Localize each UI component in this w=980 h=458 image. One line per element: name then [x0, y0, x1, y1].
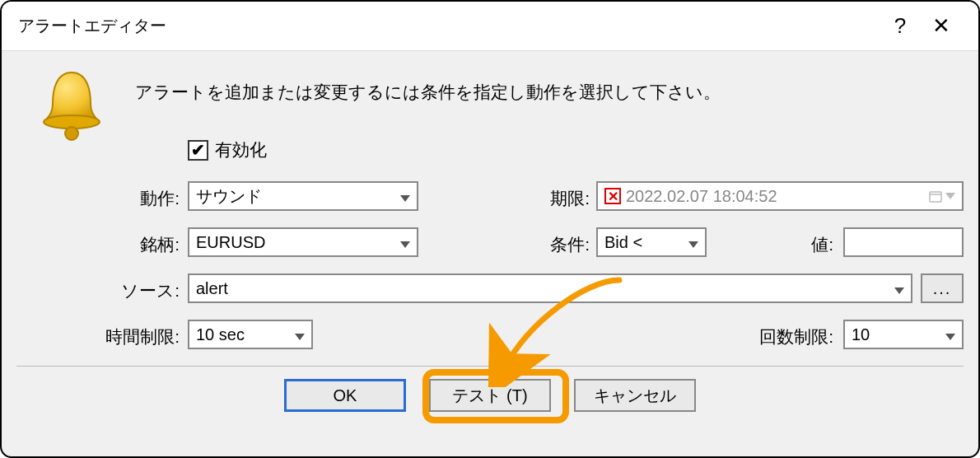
enable-checkbox-row[interactable]: ✔ 有効化	[188, 138, 267, 161]
button-bar: OK テスト (T) キャンセル	[2, 379, 978, 412]
svg-rect-2	[930, 192, 941, 202]
timeout-label: 時間制限:	[2, 320, 180, 354]
deadline-value: 2022.02.07 18:04:52	[626, 187, 777, 206]
title-bar: アラートエディター ? ✕	[2, 2, 978, 51]
checkbox-icon: ✔	[188, 140, 208, 161]
source-value: alert	[196, 279, 228, 298]
enable-label: 有効化	[215, 138, 267, 161]
calendar-icon[interactable]	[929, 189, 955, 203]
bell-icon	[36, 68, 107, 142]
value-label: 値:	[710, 227, 833, 262]
timeout-value: 10 sec	[196, 325, 245, 344]
svg-point-1	[65, 127, 78, 140]
ok-button[interactable]: OK	[284, 379, 406, 412]
chevron-down-icon	[400, 233, 410, 252]
browse-button[interactable]: ...	[921, 273, 964, 303]
test-button[interactable]: テスト (T)	[429, 379, 551, 412]
separator	[16, 366, 964, 367]
symbol-value: EURUSD	[196, 233, 265, 252]
iterations-value: 10	[852, 325, 870, 344]
action-combo[interactable]: サウンド	[188, 181, 418, 211]
chevron-down-icon	[688, 233, 698, 252]
action-label: 動作:	[2, 181, 180, 216]
chevron-down-icon	[295, 325, 305, 344]
timeout-combo[interactable]: 10 sec	[188, 320, 313, 349]
source-label: ソース:	[2, 273, 180, 308]
condition-combo[interactable]: Bid <	[596, 227, 707, 257]
dialog-content: アラートを追加または変更するには条件を指定し動作を選択して下さい。 ✔ 有効化 …	[2, 51, 978, 71]
iterations-label: 回数制限:	[628, 320, 833, 354]
chevron-down-icon	[894, 279, 904, 298]
chevron-down-icon	[945, 325, 955, 344]
symbol-combo[interactable]: EURUSD	[188, 227, 418, 257]
alert-editor-dialog: アラートエディター ? ✕ アラートを追加または変更するには条件を指定し動作を選…	[0, 0, 980, 458]
deadline-clear-icon[interactable]: ✕	[604, 188, 621, 204]
deadline-label: 期限:	[422, 181, 590, 216]
condition-value: Bid <	[604, 233, 642, 252]
help-button[interactable]: ?	[880, 13, 921, 39]
source-combo[interactable]: alert	[188, 273, 912, 303]
chevron-down-icon	[400, 187, 410, 206]
instruction-text: アラートを追加または変更するには条件を指定し動作を選択して下さい。	[135, 81, 721, 104]
deadline-field[interactable]: ✕ 2022.02.07 18:04:52	[596, 181, 964, 211]
value-input[interactable]	[843, 227, 964, 257]
iterations-combo[interactable]: 10	[843, 320, 964, 349]
symbol-label: 銘柄:	[2, 227, 180, 262]
close-button[interactable]: ✕	[921, 13, 962, 39]
condition-label: 条件:	[422, 227, 590, 262]
action-value: サウンド	[196, 185, 262, 208]
window-title: アラートエディター	[18, 15, 880, 37]
cancel-button[interactable]: キャンセル	[574, 379, 696, 412]
